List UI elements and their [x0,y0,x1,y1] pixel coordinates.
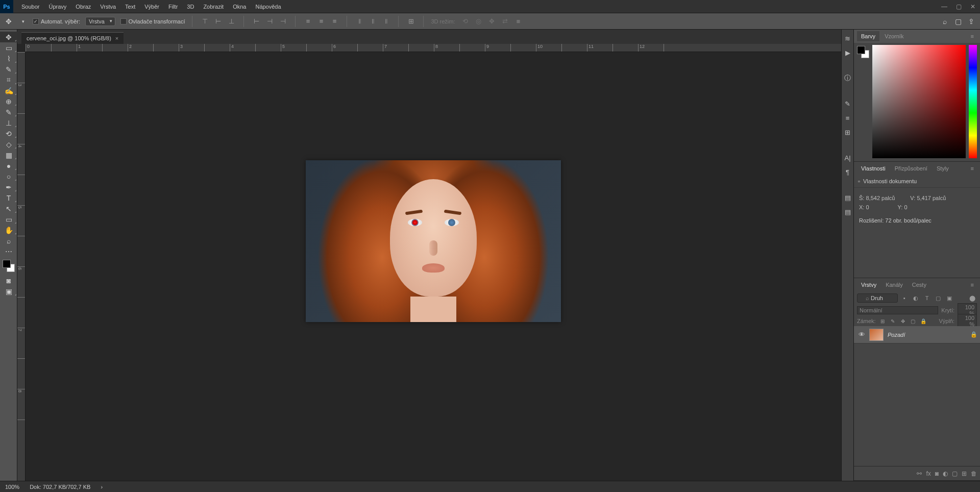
zoom-tool[interactable]: ⌕ [0,235,17,246]
align-hcenter-icon[interactable]: ⊣ [264,16,275,27]
eyedropper-tool[interactable]: ✍ [0,85,17,96]
adjustment-layer-icon[interactable]: ◐ [943,470,948,477]
comments-icon[interactable]: ▤ [843,207,852,216]
delete-layer-icon[interactable]: 🗑 [971,470,977,477]
shape-tool[interactable]: ▭ [0,214,17,225]
doc-size[interactable]: Dok: 702,7 KB/702,7 KB [30,484,90,490]
auto-align-icon[interactable]: ⊞ [406,16,416,27]
new-layer-icon[interactable]: ⊞ [962,470,967,477]
tab-colors[interactable]: Barvy [857,31,879,41]
close-button[interactable]: ✕ [966,2,980,12]
menu-view[interactable]: Zobrazit [199,2,228,12]
quick-select-tool[interactable]: ✎ [0,64,17,75]
crop-tool[interactable]: ⌗ [0,75,17,85]
blur-tool[interactable]: ● [0,160,17,171]
paragraph-icon[interactable]: ¶ [843,167,852,177]
actions-icon[interactable]: ▶ [843,48,852,57]
foreground-swatch[interactable] [857,46,865,54]
foreground-color[interactable] [3,260,11,268]
pen-tool[interactable]: ✒ [0,182,17,192]
hand-tool[interactable]: ✋ [0,225,17,235]
tool-preset-dropdown[interactable]: ▾ [18,17,28,26]
tab-swatches[interactable]: Vzorník [880,31,908,41]
edit-toolbar[interactable]: ⋯ [0,246,17,257]
share-icon[interactable]: ⇪ [967,17,976,26]
layer-row[interactable]: 👁 Pozadí 🔒 [854,326,980,343]
layer-fx-icon[interactable]: fx [926,470,930,477]
lock-icon[interactable]: 🔒 [968,331,980,338]
blend-mode-select[interactable]: Normální [857,306,938,314]
layer-name[interactable]: Pozadí [888,332,968,338]
dodge-tool[interactable]: ○ [0,171,17,182]
auto-select-target[interactable]: Vrstva [85,17,115,26]
eraser-tool[interactable]: ◇ [0,139,17,150]
filter-type-icon[interactable]: T [922,294,932,302]
marquee-tool[interactable]: ▭ [0,42,17,53]
filter-pixel-icon[interactable]: ▪ [900,294,909,302]
tab-adjustments[interactable]: Přizpůsobení [891,163,932,174]
tab-styles[interactable]: Styly [933,163,953,174]
lock-pixels-icon[interactable]: ✎ [889,317,896,325]
search-icon[interactable]: ⌕ [940,17,949,26]
align-top-icon[interactable]: ⊤ [200,16,210,27]
tab-channels[interactable]: Kanály [881,280,907,290]
move-tool[interactable]: ✥ [0,32,17,42]
brushes-icon[interactable]: ≡ [843,113,852,122]
brush-tool[interactable]: ✎ [0,107,17,117]
color-swatches[interactable] [3,260,15,272]
minimize-button[interactable]: — [937,2,951,12]
auto-select-checkbox[interactable]: Automat. výběr: [33,18,80,24]
lock-transparent-icon[interactable]: ⊞ [879,317,886,325]
filter-toggle-icon[interactable]: ⬤ [968,294,977,302]
close-tab-icon[interactable]: × [115,35,118,41]
align-vcenter-icon[interactable]: ⊢ [213,16,223,27]
type-tool[interactable]: T [0,192,17,203]
history-icon[interactable]: ≋ [843,34,852,43]
brush-settings-icon[interactable]: ✎ [843,99,852,108]
character-icon[interactable]: A| [843,153,852,162]
menu-3d[interactable]: 3D [183,2,198,12]
path-select-tool[interactable]: ↖ [0,203,17,214]
filter-adjust-icon[interactable]: ◐ [911,294,920,302]
transform-controls-checkbox[interactable]: Ovladače transformací [120,18,185,24]
color-swatch-pair[interactable] [857,46,869,58]
visibility-icon[interactable]: 👁 [854,331,869,338]
lock-artboard-icon[interactable]: ▢ [910,317,917,325]
layer-mask-icon[interactable]: ◙ [935,470,939,477]
menu-help[interactable]: Nápověda [251,2,285,12]
filter-shape-icon[interactable]: ▢ [934,294,943,302]
libraries-icon[interactable]: ▤ [843,193,852,202]
hue-slider[interactable] [969,45,977,158]
history-brush-tool[interactable]: ⟲ [0,128,17,139]
menu-edit[interactable]: Úpravy [44,2,70,12]
distribute-hcenter-icon[interactable]: ⦀ [368,16,378,27]
panel-menu-icon[interactable]: ≡ [968,165,977,171]
ruler-vertical[interactable]: 345678 [17,52,26,481]
move-tool-icon[interactable]: ✥ [4,17,13,26]
align-left-icon[interactable]: ⊢ [251,16,261,27]
link-layers-icon[interactable]: ⚯ [917,470,922,477]
menu-image[interactable]: Obraz [71,2,95,12]
panel-menu-icon[interactable]: ≡ [968,33,977,39]
menu-layer[interactable]: Vrstva [96,2,120,12]
distribute-vcenter-icon[interactable]: ≡ [316,16,326,27]
layer-thumbnail[interactable] [869,329,884,341]
status-arrow-icon[interactable]: › [101,484,103,490]
maximize-button[interactable]: ▢ [951,2,966,12]
canvas-viewport[interactable] [26,52,841,481]
zoom-level[interactable]: 100% [5,484,19,490]
stamp-tool[interactable]: ⊥ [0,117,17,128]
menu-filter[interactable]: Filtr [164,2,182,12]
ruler-horizontal[interactable]: 0123456789101112 [26,44,841,52]
align-right-icon[interactable]: ⊣ [278,16,288,27]
document-tab[interactable]: cervene_oci.jpg @ 100% (RGB/8) × [21,32,124,44]
tab-properties[interactable]: Vlastnosti [857,163,890,174]
gradient-tool[interactable]: ▦ [0,150,17,160]
screen-mode-tool[interactable]: ▣ [0,286,17,297]
panel-menu-icon[interactable]: ≡ [968,282,977,288]
menu-text[interactable]: Text [121,2,139,12]
distribute-top-icon[interactable]: ≡ [303,16,313,27]
distribute-bottom-icon[interactable]: ≡ [329,16,339,27]
quick-mask-tool[interactable]: ◙ [0,275,17,286]
menu-window[interactable]: Okna [229,2,250,12]
